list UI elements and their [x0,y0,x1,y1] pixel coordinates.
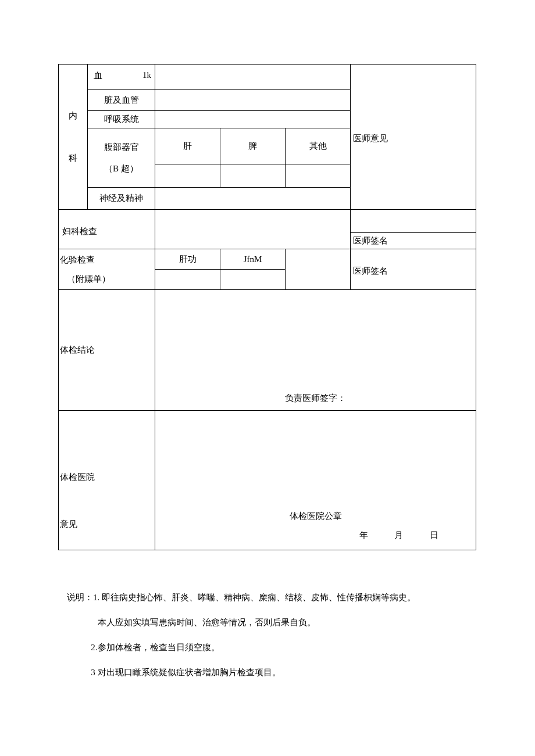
gyn-value[interactable] [155,210,351,249]
hospital-seal: 体检医院公章 [158,511,473,522]
lab-label-top: 化验检查 [59,255,152,266]
row-respiratory-label: 呼吸系统 [88,111,155,128]
row-blood-value[interactable] [155,65,351,90]
notes-block: 说明：1. 即往病史指心怖、肝炎、哮喘、精神病、糜痫、结核、皮怖、性传播枳娴等病… [67,592,474,691]
hospital-label-top: 体检医院 [60,472,152,483]
lab-label-bottom: （附嫖单） [59,274,152,285]
internal-char-1: 内 [61,110,85,121]
internal-char-2: 科 [61,153,85,164]
row-vessel-value[interactable] [155,90,351,111]
medical-form-table: 内 科 血 1k 医师意见 脏及血管 呼吸系统 腹部器官 （B 超） 肝 脾 其… [58,64,476,550]
row-blood-label-left: 血 [90,70,102,81]
gyn-upper-right[interactable] [351,210,476,233]
lab-jfnm-label: JfnM [220,249,286,270]
internal-section-label: 内 科 [59,65,88,210]
hospital-label: 体检医院 意见 [59,411,155,550]
date-year-label: 年 [359,531,368,540]
row-abdomen-liver-value[interactable] [155,164,220,188]
row-neuro-value[interactable] [155,188,351,210]
note-4: 3 对出现口瞰系统疑似症状者增加胸片检查项目。 [67,667,474,679]
hospital-label-bottom: 意见 [60,519,152,530]
lab-liver-label: 肝功 [155,249,220,270]
conclusion-footer: 负责医师签字： [158,393,473,404]
note-3: 2.参加体检者，检查当日须空腹。 [67,642,474,654]
conclusion-value[interactable]: 负责医师签字： [155,290,476,411]
row-abdomen-label-top: 腹部器官 [90,142,152,153]
row-respiratory-value[interactable] [155,111,351,128]
internal-doctor-opinion[interactable]: 医师意见 [351,65,476,210]
row-blood-label: 血 1k [88,65,155,90]
row-abdomen-label-bottom: （B 超） [90,163,152,174]
row-abdomen-other-value[interactable] [286,164,351,188]
note-2: 本人应如实填写患病时间、治愈等情况，否则后果自负。 [67,617,474,629]
lab-value-3[interactable] [286,249,351,290]
hospital-date[interactable]: 年 月 日 [158,530,473,541]
row-vessel-label: 脏及血管 [88,90,155,111]
row-abdomen-spleen-label: 脾 [220,128,286,164]
row-abdomen-liver-label: 肝 [155,128,220,164]
date-month-label: 月 [394,531,403,540]
lab-label: 化验检查 （附嫖单） [59,249,155,290]
row-abdomen-other-label: 其他 [286,128,351,164]
row-abdomen-label: 腹部器官 （B 超） [88,128,155,188]
lab-doctor-sign[interactable]: 医师签名 [351,249,476,290]
row-neuro-label: 神经及精神 [88,188,155,210]
row-blood-label-right: 1k [142,70,152,80]
note-1: 说明：1. 即往病史指心怖、肝炎、哮喘、精神病、糜痫、结核、皮怖、性传播枳娴等病… [67,592,474,604]
date-day-label: 日 [430,531,438,540]
row-abdomen-spleen-value[interactable] [220,164,286,188]
lab-jfnm-value[interactable] [220,270,286,290]
hospital-value[interactable]: 体检医院公章 年 月 日 [155,411,476,550]
page-root: 内 科 血 1k 医师意见 脏及血管 呼吸系统 腹部器官 （B 超） 肝 脾 其… [0,0,535,756]
gyn-label: 妇科检查 [59,210,155,249]
conclusion-label: 体检结论 [59,290,155,411]
gyn-doctor-sign[interactable]: 医师签名 [351,233,476,249]
lab-liver-value[interactable] [155,270,220,290]
